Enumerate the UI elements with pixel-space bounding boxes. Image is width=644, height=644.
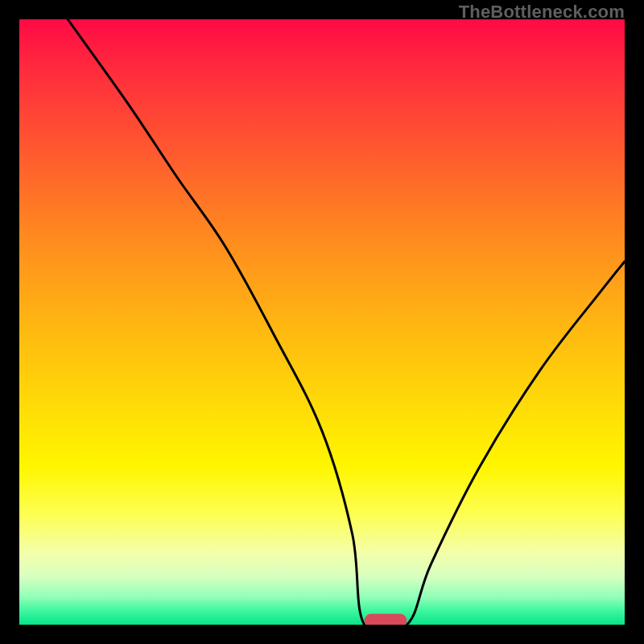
notch-marker: [365, 613, 407, 625]
plot-area: [19, 19, 625, 625]
curve-layer: [19, 19, 625, 625]
bottleneck-curve-path: [68, 19, 625, 625]
chart-frame: TheBottleneck.com: [0, 0, 644, 644]
